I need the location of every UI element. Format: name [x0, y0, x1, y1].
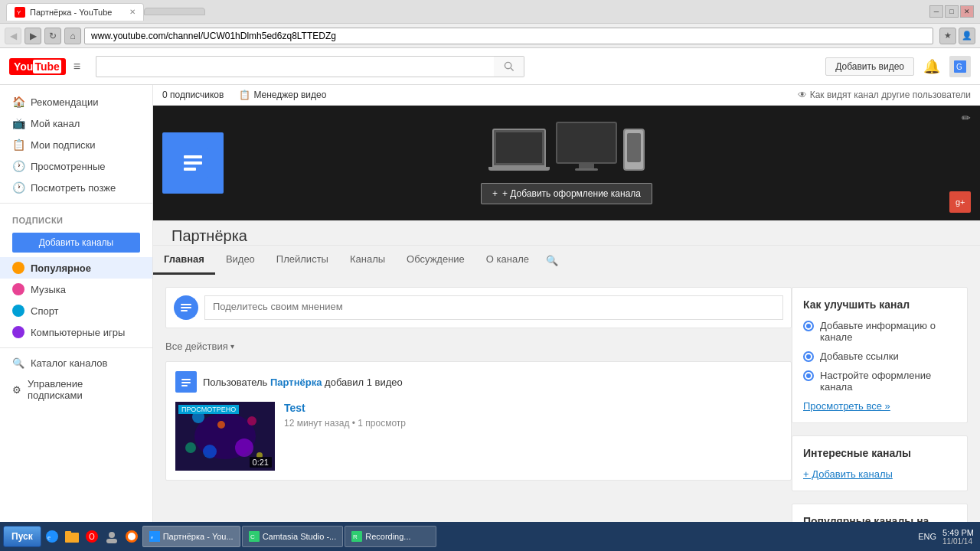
- activity-channel-link[interactable]: Партнёрка: [270, 377, 322, 388]
- interesting-channels-title: Интересные каналы: [803, 447, 956, 459]
- taskbar-ie-icon[interactable]: e: [43, 527, 61, 546]
- taskbar-firefox-icon[interactable]: [122, 527, 141, 546]
- svg-text:Y: Y: [17, 9, 21, 16]
- video-meta: 12 минут назад • 1 просмотр: [284, 418, 406, 429]
- youtube-app: YouTube ≡ Добавить видео 🔔 G 🏠 Рекоменда…: [0, 48, 980, 551]
- svg-rect-14: [181, 307, 191, 308]
- svg-point-2: [505, 62, 511, 68]
- sidebar-item-my-channel[interactable]: 📺 Мой канал: [0, 112, 152, 134]
- channel-logo: [162, 132, 224, 194]
- svg-rect-36: [106, 539, 117, 543]
- tab-playlists[interactable]: Плейлисты: [266, 246, 339, 275]
- channel-search-icon[interactable]: 🔍: [540, 247, 564, 274]
- search-bar: [96, 56, 524, 77]
- games-channel-icon: [12, 326, 24, 338]
- window-close-btn[interactable]: ✕: [960, 5, 974, 18]
- yt-main: 🏠 Рекомендации 📺 Мой канал 📋 Мои подписк…: [0, 85, 980, 551]
- address-bar[interactable]: [84, 28, 933, 44]
- add-video-button[interactable]: Добавить видео: [825, 57, 914, 76]
- tab-channels[interactable]: Каналы: [339, 246, 396, 275]
- tab-about[interactable]: О канале: [475, 246, 540, 275]
- refresh-button[interactable]: ↻: [44, 28, 61, 44]
- sidebar-item-recommendations[interactable]: 🏠 Рекомендации: [0, 91, 152, 112]
- tab-close-icon[interactable]: ✕: [129, 8, 136, 16]
- taskbar-folder-icon[interactable]: [63, 527, 81, 546]
- sidebar-label-games: Компьютерные игры: [31, 327, 125, 338]
- logo-tube: Tube: [33, 60, 60, 73]
- search-button[interactable]: [494, 56, 524, 77]
- add-banner-button[interactable]: + + Добавить оформление канала: [481, 183, 652, 204]
- add-channels-button[interactable]: Добавить каналы: [12, 233, 140, 253]
- manage-icon: ⚙: [12, 384, 21, 396]
- extension-button[interactable]: 👤: [959, 28, 975, 44]
- sidebar-item-games[interactable]: Компьютерные игры: [0, 321, 152, 343]
- svg-rect-18: [181, 382, 191, 383]
- tab-discussion[interactable]: Обсуждение: [396, 246, 475, 275]
- filter-button[interactable]: Все действия ▾: [165, 341, 234, 352]
- video-manager-icon: 📋: [239, 90, 250, 100]
- sidebar-item-subscriptions[interactable]: 📋 Мои подписки: [0, 134, 152, 155]
- taskbar-item-yt[interactable]: e Партнёрка - You...: [142, 526, 240, 547]
- svg-point-26: [185, 442, 196, 453]
- svg-rect-13: [181, 304, 191, 305]
- notifications-icon[interactable]: 🔔: [923, 58, 940, 75]
- taskbar-item-camtasia[interactable]: C Camtasia Studio -...: [242, 526, 344, 547]
- catalog-icon: 🔍: [12, 357, 24, 369]
- sidebar-item-catalog[interactable]: 🔍 Каталог каналов: [0, 353, 152, 373]
- browser-tab-inactive[interactable]: [144, 8, 205, 15]
- activity-header: Пользователь Партнёрка добавил 1 видео: [175, 371, 782, 393]
- channel-icon: 📺: [12, 117, 24, 129]
- forward-button[interactable]: ▶: [24, 28, 41, 44]
- back-button[interactable]: ◀: [5, 28, 21, 44]
- window-minimize-btn[interactable]: ─: [929, 5, 943, 18]
- view-as-others-button[interactable]: 👁 Как видят канал другие пользователи: [798, 90, 971, 100]
- svg-point-24: [217, 421, 225, 429]
- activity-item: Пользователь Партнёрка добавил 1 видео: [165, 361, 792, 481]
- home-button[interactable]: ⌂: [64, 28, 81, 44]
- taskbar-opera-icon[interactable]: O: [83, 527, 101, 546]
- taskbar-user-icon[interactable]: [103, 527, 121, 546]
- svg-point-28: [203, 445, 217, 458]
- view-all-link[interactable]: Просмотреть все »: [803, 400, 956, 412]
- account-icon[interactable]: G: [949, 56, 971, 77]
- post-input[interactable]: [204, 295, 783, 320]
- window-maximize-btn[interactable]: □: [945, 5, 959, 18]
- improve-label-design: Настройте оформление канала: [820, 370, 956, 393]
- tab-main[interactable]: Главная: [153, 246, 215, 275]
- video-duration: 0:21: [250, 457, 272, 468]
- sidebar-item-music[interactable]: Музыка: [0, 279, 152, 300]
- menu-icon[interactable]: ≡: [74, 60, 80, 73]
- sidebar: 🏠 Рекомендации 📺 Мой канал 📋 Мои подписк…: [0, 85, 153, 551]
- view-as-label: Как видят канал другие пользователи: [810, 90, 971, 100]
- filter-label: Все действия: [165, 341, 228, 352]
- sidebar-item-sport[interactable]: Спорт: [0, 300, 152, 321]
- browser-actions: ★ 👤: [939, 28, 975, 44]
- video-manager-label: Менеджер видео: [253, 90, 326, 100]
- tab-video[interactable]: Видео: [215, 246, 266, 275]
- video-title[interactable]: Test: [284, 402, 782, 414]
- yt-header: YouTube ≡ Добавить видео 🔔 G: [0, 48, 980, 85]
- svg-text:g+: g+: [956, 197, 965, 207]
- channel-avatar-corner[interactable]: g+: [949, 191, 971, 213]
- taskbar-item-recording[interactable]: R Recording...: [345, 526, 436, 547]
- start-button[interactable]: Пуск: [3, 526, 41, 547]
- svg-point-35: [109, 532, 115, 538]
- activity-suffix: добавил 1 видео: [322, 377, 402, 388]
- add-channels-link[interactable]: + Добавить каналы: [803, 468, 893, 480]
- browser-window-controls: ─ □ ✕: [929, 5, 974, 18]
- subscriptions-icon: 📋: [12, 139, 24, 151]
- svg-rect-19: [181, 385, 188, 386]
- improve-item-links: Добавьте ссылки: [803, 350, 956, 362]
- video-thumbnail[interactable]: ПРОСМОТРЕНО 0:21: [175, 402, 275, 471]
- star-button[interactable]: ★: [939, 28, 956, 44]
- sidebar-item-history[interactable]: 🕐 Просмотренные: [0, 155, 152, 177]
- channel-name-row: Партнёрка: [153, 221, 980, 245]
- browser-tab-active[interactable]: Y Партнёрка - YouTube ✕: [6, 3, 144, 21]
- sidebar-item-popular[interactable]: Популярное: [0, 257, 152, 279]
- improve-widget: Как улучшить канал Добавьте информацию о…: [792, 287, 968, 423]
- sidebar-item-manage-subs[interactable]: ⚙ Управление подписками: [0, 373, 152, 406]
- sidebar-item-watch-later[interactable]: 🕐 Посмотреть позже: [0, 177, 152, 198]
- video-manager-button[interactable]: 📋 Менеджер видео: [239, 90, 326, 100]
- edit-banner-icon[interactable]: ✏: [962, 112, 971, 124]
- search-input[interactable]: [96, 56, 494, 77]
